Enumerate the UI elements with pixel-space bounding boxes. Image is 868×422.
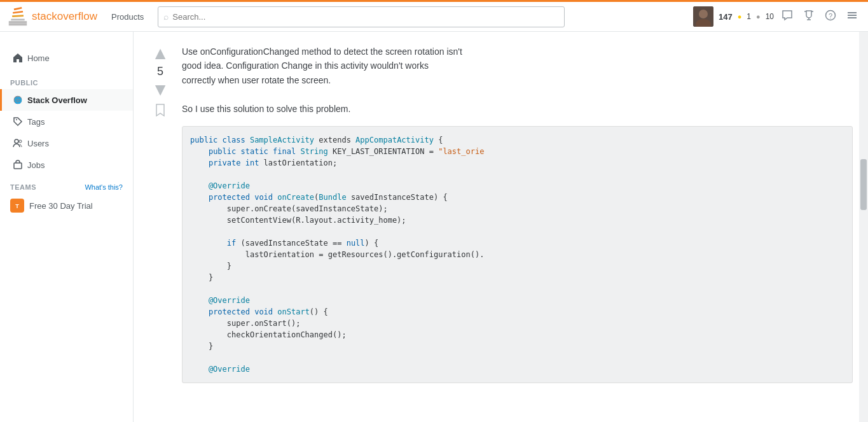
- code-line-8: setContentView(R.layout.activity_home);: [190, 215, 844, 226]
- svg-text:🌐: 🌐: [14, 96, 22, 104]
- code-line-11: lastOrientation = getResources().getConf…: [190, 249, 844, 260]
- search-icon: ⌕: [163, 11, 169, 22]
- globe-icon: 🌐: [12, 94, 24, 106]
- home-icon: [12, 52, 24, 64]
- code-line-4: [190, 169, 844, 180]
- code-line-18: checkOrientationChanged();: [190, 329, 844, 341]
- code-line-21: @Override: [190, 363, 844, 375]
- achievements-button[interactable]: [801, 7, 817, 27]
- code-line-3: private int lastOrientation;: [190, 157, 844, 169]
- svg-rect-1: [9, 24, 27, 26]
- nav-right-section: 147 ● 1 ● 10 ?: [693, 6, 860, 27]
- svg-rect-4: [13, 11, 23, 14]
- svg-rect-11: [848, 12, 857, 13]
- answer-text: Use onConfigurationChanged method to det…: [182, 45, 853, 116]
- products-nav-button[interactable]: Products: [107, 10, 148, 24]
- code-line-19: }: [190, 341, 844, 352]
- svg-rect-2: [11, 19, 24, 21]
- svg-point-17: [15, 139, 18, 143]
- help-button[interactable]: ?: [822, 7, 839, 27]
- code-line-5: @Override: [190, 180, 844, 192]
- tag-icon: [12, 116, 24, 127]
- sidebar: Home PUBLIC 🌐 Stack Overflow Tags Users: [0, 32, 134, 422]
- jobs-icon: [12, 159, 24, 171]
- svg-text:?: ?: [829, 12, 832, 20]
- silver-badge-dot: ●: [756, 13, 761, 20]
- svg-point-18: [19, 140, 22, 143]
- teams-section-header: TEAMS What's this?: [0, 176, 133, 193]
- teams-label: TEAMS: [10, 183, 36, 191]
- code-line-9: [190, 226, 844, 237]
- sidebar-item-jobs[interactable]: Jobs: [0, 154, 133, 176]
- teams-icon: T: [10, 199, 24, 213]
- svg-point-16: [16, 119, 17, 120]
- code-line-14: [190, 283, 844, 295]
- page-layout: Home PUBLIC 🌐 Stack Overflow Tags Users: [0, 32, 868, 422]
- logo-text: stackoverflow: [32, 10, 97, 23]
- code-block[interactable]: public class SampleActivity extends AppC…: [182, 126, 853, 383]
- scrollbar-thumb[interactable]: [860, 159, 867, 210]
- whats-this-link[interactable]: What's this?: [85, 183, 123, 191]
- search-input[interactable]: [172, 12, 559, 22]
- vote-count: 5: [157, 65, 163, 78]
- sidebar-item-users[interactable]: Users: [0, 132, 133, 154]
- code-line-17: super.onStart();: [190, 318, 844, 329]
- vote-column: ▲ 5 ▼: [149, 45, 172, 383]
- top-navigation: stackoverflow Products ⌕ 147 ● 1 ● 10 ?: [0, 0, 868, 32]
- silver-badge-count: 10: [766, 12, 774, 21]
- inbox-button[interactable]: [779, 7, 796, 27]
- bookmark-button[interactable]: [155, 104, 165, 120]
- code-line-2: public static final String KEY_LAST_ORIE…: [190, 146, 844, 157]
- code-line-1: public class SampleActivity extends AppC…: [190, 134, 844, 146]
- main-content: ▲ 5 ▼ Use onConfigurationChanged method …: [134, 32, 868, 422]
- svg-rect-0: [9, 21, 27, 24]
- logo-link[interactable]: stackoverflow: [8, 6, 97, 27]
- svg-text:T: T: [15, 203, 19, 209]
- sidebar-item-stackoverflow[interactable]: 🌐 Stack Overflow: [0, 89, 133, 111]
- answer-body: Use onConfigurationChanged method to det…: [182, 45, 853, 383]
- svg-rect-19: [14, 163, 22, 169]
- svg-rect-13: [848, 17, 857, 18]
- sidebar-item-home[interactable]: Home: [0, 47, 133, 69]
- public-section-label: PUBLIC: [0, 69, 133, 89]
- answer-section: ▲ 5 ▼ Use onConfigurationChanged method …: [149, 45, 853, 383]
- scrollbar-track[interactable]: [859, 32, 868, 422]
- free-trial-label: Free 30 Day Trial: [29, 201, 93, 211]
- code-line-6: protected void onCreate(Bundle savedInst…: [190, 192, 844, 203]
- users-icon: [12, 137, 24, 149]
- upvote-button[interactable]: ▲: [151, 45, 169, 62]
- svg-rect-3: [12, 15, 24, 17]
- code-line-12: }: [190, 260, 844, 272]
- svg-rect-5: [14, 7, 22, 10]
- reputation-score: 147: [719, 12, 733, 22]
- sidebar-item-tags[interactable]: Tags: [0, 111, 133, 132]
- code-line-16: protected void onStart() {: [190, 306, 844, 318]
- svg-point-7: [699, 10, 708, 18]
- gold-badge-count: 1: [747, 12, 751, 21]
- svg-rect-12: [848, 15, 857, 16]
- code-line-13: }: [190, 272, 844, 283]
- hamburger-button[interactable]: [844, 7, 860, 27]
- search-container: ⌕: [158, 6, 565, 27]
- avatar[interactable]: [693, 6, 713, 27]
- gold-badge-dot: ●: [738, 13, 742, 20]
- code-line-15: @Override: [190, 295, 844, 306]
- downvote-button[interactable]: ▼: [151, 81, 169, 99]
- code-line-10: if (savedInstanceState == null) {: [190, 237, 844, 249]
- code-line-20: [190, 352, 844, 363]
- sidebar-item-free-trial[interactable]: T Free 30 Day Trial: [0, 193, 133, 218]
- code-line-7: super.onCreate(savedInstanceState);: [190, 203, 844, 215]
